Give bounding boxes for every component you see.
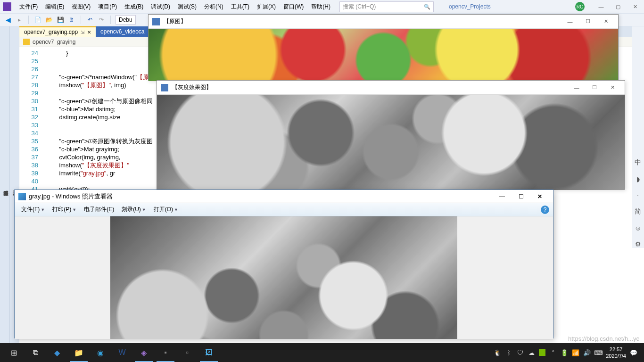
menu-window[interactable]: 窗口(W) xyxy=(280,1,307,12)
undo-button[interactable]: ↶ xyxy=(86,16,94,24)
pv-title-text: gray.jpg - Windows 照片查看器 xyxy=(29,192,113,201)
save-button[interactable]: 💾 xyxy=(56,16,65,24)
nav-back-button[interactable]: ◀ xyxy=(4,16,12,24)
ime-simp-icon[interactable]: 简 xyxy=(635,207,641,216)
fruit-image-color xyxy=(149,29,618,81)
task-view-button[interactable]: ⧉ xyxy=(25,343,46,362)
system-tray: 🐧 ᛒ 🛡 ☁ ˄ 🔋 📶 🔊 ⌨ 22:57 2020/7/4 💬 xyxy=(494,346,641,359)
close-button[interactable]: ✕ xyxy=(530,191,549,202)
separator-icon xyxy=(81,16,81,24)
close-button[interactable]: ✕ xyxy=(597,16,614,27)
volume-icon[interactable]: 🔊 xyxy=(583,349,591,356)
chevron-up-icon[interactable]: ˄ xyxy=(549,349,557,356)
menu-analyze[interactable]: 分析(N) xyxy=(201,1,227,12)
menu-test[interactable]: 测试(S) xyxy=(174,1,200,12)
ime-sidebar: 中 ◗ · 简 ☺ ⚙ xyxy=(632,26,644,248)
onedrive-icon[interactable]: ☁ xyxy=(528,349,535,356)
menu-extensions[interactable]: 扩展(X) xyxy=(254,1,279,12)
close-button[interactable]: ✕ xyxy=(604,82,621,93)
time-text: 22:57 xyxy=(606,346,626,353)
open-button[interactable]: 📂 xyxy=(45,16,53,24)
opencv-window-original[interactable]: 【原图】 — ☐ ✕ xyxy=(148,14,619,81)
ime-gear-icon[interactable]: ⚙ xyxy=(635,240,641,248)
opencv-window-gray[interactable]: 【灰度效果图】 — ☐ ✕ xyxy=(157,80,625,189)
pv-menu-email[interactable]: 电子邮件(E) xyxy=(81,204,117,215)
vs-menubar: 文件(F) 编辑(E) 视图(V) 项目(P) 生成(B) 调试(D) 测试(S… xyxy=(0,0,644,13)
menu-file[interactable]: 文件(F) xyxy=(16,1,41,12)
save-all-button[interactable]: 🗎 xyxy=(67,16,76,24)
scope-label: opencv7_graying xyxy=(33,39,75,45)
menu-edit[interactable]: 编辑(E) xyxy=(42,1,67,12)
nav-forward-button[interactable]: ▸ xyxy=(15,16,24,24)
watermark-text: https://blog.csdn.net/h...yc xyxy=(568,335,639,342)
line-gutter: 242526272829303132333435363738394041 xyxy=(19,49,43,193)
maximize-button[interactable]: ☐ xyxy=(512,191,530,202)
photo-viewer-window[interactable]: gray.jpg - Windows 照片查看器 — ☐ ✕ 文件(F)▼ 打印… xyxy=(14,189,553,338)
cv-titlebar[interactable]: 【灰度效果图】 — ☐ ✕ xyxy=(157,81,625,95)
redo-button[interactable]: ↷ xyxy=(97,16,106,24)
vs-maximize-button[interactable]: ▢ xyxy=(611,2,625,11)
word-button[interactable]: W xyxy=(111,343,133,362)
menu-tools[interactable]: 工具(T) xyxy=(228,1,253,12)
user-avatar[interactable]: RC xyxy=(575,2,585,11)
ime-smile-icon[interactable]: ☺ xyxy=(635,224,641,232)
security-icon[interactable]: 🛡 xyxy=(516,349,524,356)
menu-debug[interactable]: 调试(D) xyxy=(148,1,173,12)
photo-viewer-button[interactable]: 🖼 xyxy=(198,343,220,362)
solution-name[interactable]: opencv_Projects xyxy=(449,3,491,10)
menu-help[interactable]: 帮助(H) xyxy=(308,1,334,12)
tab-inactive[interactable]: opencv6_videoca xyxy=(96,26,149,37)
photo-viewer-icon xyxy=(18,193,26,200)
chevron-down-icon: ▼ xyxy=(72,207,76,212)
date-text: 2020/7/4 xyxy=(606,353,626,359)
ime-lang-icon[interactable]: 中 xyxy=(635,158,641,167)
taskbar-app[interactable]: ◆ xyxy=(46,343,68,362)
maximize-button[interactable]: ☐ xyxy=(586,82,603,93)
pv-window-controls: — ☐ ✕ xyxy=(493,191,549,202)
minimize-button[interactable]: — xyxy=(568,82,585,93)
ime-moon-icon[interactable]: ◗ xyxy=(636,175,640,183)
chevron-down-icon: ▼ xyxy=(142,207,146,212)
folder-icon xyxy=(23,39,30,45)
minimize-button[interactable]: — xyxy=(561,16,578,27)
clock[interactable]: 22:57 2020/7/4 xyxy=(606,346,626,359)
pv-menu-open[interactable]: 打开(O)▼ xyxy=(151,204,181,215)
start-button[interactable]: ⊞ xyxy=(3,343,25,362)
cv-titlebar[interactable]: 【原图】 — ☐ ✕ xyxy=(149,15,618,29)
menu-project[interactable]: 项目(P) xyxy=(95,1,120,12)
pv-menu-burn[interactable]: 刻录(U)▼ xyxy=(119,204,149,215)
vs-minimize-button[interactable]: — xyxy=(594,2,608,11)
ime-icon[interactable]: ⌨ xyxy=(594,349,602,356)
battery-icon[interactable]: 🔋 xyxy=(561,349,568,356)
nvidia-icon[interactable] xyxy=(539,349,545,356)
edge-button[interactable]: ◉ xyxy=(90,343,111,362)
vs-search-box[interactable]: 搜索 (Ctrl+Q) 🔍 xyxy=(339,1,434,12)
qq-icon[interactable]: 🐧 xyxy=(494,349,501,356)
minimize-button[interactable]: — xyxy=(493,191,512,202)
console-button[interactable]: ▪ xyxy=(155,343,176,362)
close-icon[interactable]: ✕ xyxy=(87,30,91,35)
pv-menu-file[interactable]: 文件(F)▼ xyxy=(18,204,48,215)
notifications-icon[interactable]: 💬 xyxy=(630,349,637,356)
menu-build[interactable]: 生成(B) xyxy=(121,1,147,12)
visual-studio-button[interactable]: ◈ xyxy=(133,343,155,362)
wifi-icon[interactable]: 📶 xyxy=(572,349,579,356)
help-icon[interactable]: ? xyxy=(541,206,549,214)
tab-label: opencv6_videoca xyxy=(100,28,144,35)
vs-close-button[interactable]: ✕ xyxy=(628,2,642,11)
config-dropdown[interactable]: Debu xyxy=(116,15,136,25)
app-button[interactable]: ▫ xyxy=(176,343,198,362)
new-project-button[interactable]: 📄 xyxy=(33,16,42,24)
tab-active[interactable]: opencv7_graying.cpp ⇲ ✕ xyxy=(19,26,96,37)
pv-menu-print[interactable]: 打印(P)▼ xyxy=(50,204,79,215)
ime-dot-icon[interactable]: · xyxy=(637,191,639,199)
bluetooth-icon[interactable]: ᛒ xyxy=(505,349,512,356)
menu-view[interactable]: 视图(V) xyxy=(68,1,94,12)
search-placeholder: 搜索 (Ctrl+Q) xyxy=(343,3,376,11)
pin-icon[interactable]: ⇲ xyxy=(81,30,84,35)
maximize-button[interactable]: ☐ xyxy=(579,16,596,27)
pv-titlebar[interactable]: gray.jpg - Windows 照片查看器 — ☐ ✕ xyxy=(15,190,553,203)
server-explorer-tab[interactable]: 服务器资源管理器 xyxy=(0,26,9,343)
file-explorer-button[interactable]: 📁 xyxy=(68,343,90,362)
chevron-down-icon: ▼ xyxy=(174,207,178,212)
